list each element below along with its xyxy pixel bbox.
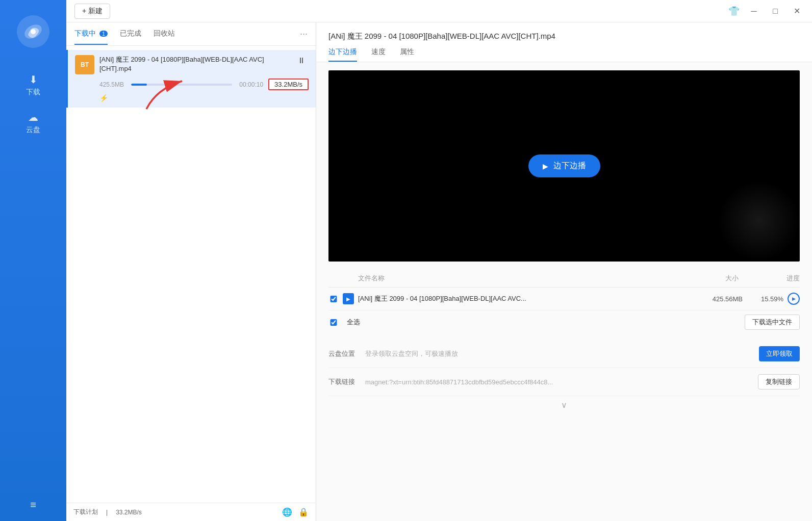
- status-bar: 下载计划 | 33.2MB/s 🌐 🔒: [66, 503, 316, 521]
- download-item-header: BT [ANi] 魔王 2099 - 04 [1080P][Baha][WEB-…: [75, 55, 309, 74]
- sidebar-menu-icon[interactable]: ≡: [30, 499, 36, 511]
- right-panel-header: [ANi] 魔王 2099 - 04 [1080P][Baha][WEB-DL]…: [316, 22, 812, 62]
- status-bar-right: 🌐 🔒: [282, 507, 309, 517]
- file-table-header: 文件名称 大小 进度: [328, 270, 800, 288]
- download-size: 425.5MB: [99, 81, 124, 88]
- file-play-icon: ▶: [343, 293, 354, 304]
- content-area: 下载中 1 已完成 回收站 ··· BT [A: [66, 22, 812, 521]
- download-item[interactable]: BT [ANi] 魔王 2099 - 04 [1080P][Baha][WEB-…: [66, 50, 316, 108]
- new-button[interactable]: + 新建: [74, 4, 110, 19]
- right-panel-tabs: 边下边播 速度 属性: [328, 47, 800, 62]
- col-size-header: 大小: [682, 274, 739, 283]
- lock-icon: 🔒: [298, 507, 309, 517]
- svg-point-1: [31, 29, 36, 34]
- table-row: ▶ [ANi] 魔王 2099 - 04 [1080P][Baha][WEB-D…: [328, 288, 800, 310]
- cloud-value: 登录领取云盘空间，可极速播放: [365, 349, 753, 358]
- select-all-label: 全选: [347, 318, 360, 327]
- download-selected-button[interactable]: 下载选中文件: [745, 315, 800, 330]
- file-table: 文件名称 大小 进度 ▶ [ANi] 魔王 2099 - 04 [1080P][…: [328, 270, 800, 334]
- magnet-row: 下载链接 magnet:?xt=urn:btih:85fd48871713cdb…: [328, 368, 800, 396]
- maximize-button[interactable]: □: [768, 4, 782, 18]
- tab-downloading[interactable]: 下载中 1: [74, 29, 108, 39]
- file-progress: 15.59%: [743, 295, 783, 303]
- download-list: BT [ANi] 魔王 2099 - 04 [1080P][Baha][WEB-…: [66, 46, 316, 503]
- tab-recycle[interactable]: 回收站: [154, 29, 175, 39]
- file-icon-label: BT: [81, 61, 89, 68]
- file-size: 425.56MB: [687, 295, 743, 303]
- file-type-icon: BT: [75, 55, 94, 74]
- stream-play-button[interactable]: ▶ 边下边播: [528, 154, 600, 177]
- file-checkbox[interactable]: [328, 296, 339, 302]
- file-name: [ANi] 魔王 2099 - 04 [1080P][Baha][WEB-DL]…: [358, 294, 687, 303]
- cloud-label: 云盘位置: [328, 349, 359, 358]
- sidebar-item-download-label: 下载: [26, 88, 40, 97]
- status-speed: 33.2MB/s: [116, 509, 142, 516]
- video-overlay: [718, 180, 800, 262]
- magnet-value: magnet:?xt=urn:btih:85fd48871713cdbfbd59…: [365, 378, 752, 386]
- sidebar: ⬇ 下载 ☁ 云盘 ≡: [0, 0, 66, 521]
- info-section: 云盘位置 登录领取云盘空间，可极速播放 立即领取 下载链接 magnet:?xt…: [328, 340, 800, 396]
- lightning-icon: ⚡: [99, 94, 108, 102]
- minimize-button[interactable]: ─: [747, 4, 761, 18]
- right-tab-speed[interactable]: 速度: [371, 47, 386, 62]
- play-icon: ▶: [543, 162, 548, 170]
- progress-bar-bg: [131, 84, 232, 86]
- downloading-badge: 1: [99, 31, 108, 37]
- menu-icon: ≡: [30, 499, 36, 510]
- app-logo: [17, 15, 49, 48]
- col-name-header: 文件名称: [358, 274, 682, 283]
- speed-badge: 33.2MB/s: [268, 79, 309, 90]
- right-panel-title: [ANi] 魔王 2099 - 04 [1080P][Baha][WEB-DL]…: [328, 32, 800, 41]
- video-preview: ▶ 边下边播: [328, 70, 800, 262]
- tab-completed[interactable]: 已完成: [120, 29, 141, 39]
- file-play-circle-btn[interactable]: ▶: [788, 293, 800, 305]
- status-separator: |: [106, 509, 108, 516]
- copy-link-button[interactable]: 复制链接: [758, 374, 800, 389]
- download-time: 00:00:10: [239, 81, 263, 88]
- main-content: + 新建 👕 ─ □ ✕ 下载中 1 已完成 回收站 ··: [66, 0, 812, 521]
- ie-icon: 🌐: [282, 507, 292, 517]
- window-controls: 👕 ─ □ ✕: [728, 4, 804, 18]
- left-panel: 下载中 1 已完成 回收站 ··· BT [A: [66, 22, 316, 521]
- select-all-checkbox[interactable]: [328, 319, 339, 326]
- titlebar: + 新建 👕 ─ □ ✕: [66, 0, 812, 22]
- cloud-icon: ☁: [28, 111, 38, 123]
- right-tab-stream[interactable]: 边下边播: [328, 47, 357, 62]
- close-button[interactable]: ✕: [790, 4, 804, 18]
- right-panel: [ANi] 魔王 2099 - 04 [1080P][Baha][WEB-DL]…: [316, 22, 812, 521]
- status-plan-label: 下载计划: [73, 508, 98, 516]
- sidebar-item-cloud[interactable]: ☁ 云盘: [0, 106, 66, 140]
- play-btn-label: 边下边播: [553, 161, 586, 171]
- main-tabs: 下载中 1 已完成 回收站 ···: [66, 22, 316, 46]
- pause-button[interactable]: ⏸: [294, 55, 309, 66]
- cloud-row: 云盘位置 登录领取云盘空间，可极速播放 立即领取: [328, 340, 800, 368]
- sidebar-nav: ⬇ 下载 ☁ 云盘: [0, 68, 66, 140]
- shirt-icon: 👕: [728, 6, 740, 17]
- select-all-row: 全选 下载选中文件: [328, 310, 800, 334]
- chevron-down-icon: ∨: [316, 396, 812, 414]
- tabs-more-button[interactable]: ···: [300, 29, 308, 39]
- download-icon: ⬇: [29, 73, 38, 86]
- sidebar-item-download[interactable]: ⬇ 下载: [0, 68, 66, 102]
- magnet-label: 下载链接: [328, 377, 359, 386]
- sidebar-item-cloud-label: 云盘: [26, 125, 40, 135]
- right-tab-props[interactable]: 属性: [400, 47, 414, 62]
- cloud-claim-button[interactable]: 立即领取: [759, 346, 800, 361]
- col-progress-header: 进度: [739, 274, 800, 283]
- progress-bar-fill: [131, 84, 147, 86]
- download-title: [ANi] 魔王 2099 - 04 [1080P][Baha][WEB-DL]…: [99, 55, 289, 73]
